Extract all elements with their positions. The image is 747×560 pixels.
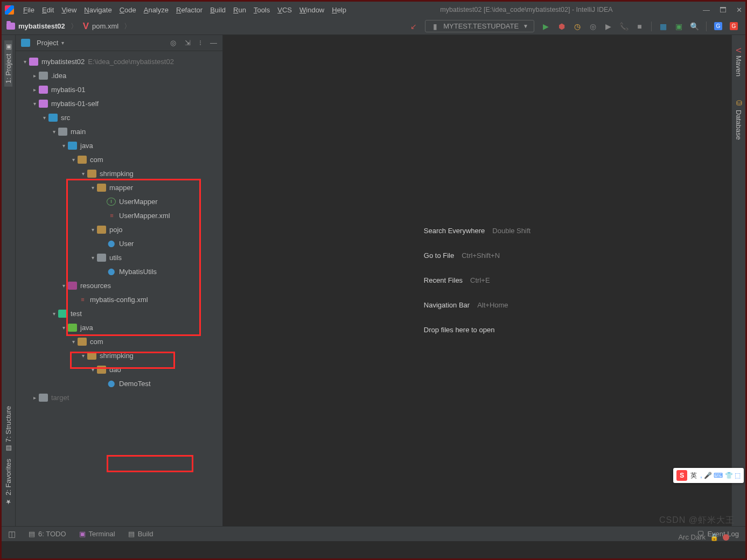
layout-icon[interactable]: ▦ [659,22,667,30]
menu-refactor[interactable]: Refactor [172,4,206,16]
tree-arrow-icon[interactable] [21,59,29,65]
tree-arrow-icon[interactable] [31,87,39,93]
attach-icon[interactable]: ▶ [604,22,612,30]
tree-arrow-icon[interactable] [79,353,87,359]
tree-node[interactable]: shrimpking [16,348,222,362]
git-icon[interactable]: ▣ [675,22,683,30]
breadcrumb-file[interactable]: pom.xml [92,22,118,30]
collapse-icon[interactable]: ⇲ [185,39,191,47]
tree-node[interactable]: java [16,138,222,152]
editor-empty[interactable]: Search EverywhereDouble ShiftGo to FileC… [223,35,731,526]
tree-node[interactable]: resources [16,278,222,292]
tool-window-switcher-icon[interactable]: ◫ [8,529,16,539]
close-icon[interactable]: ✕ [736,6,742,14]
status-terminal[interactable]: ▣ Terminal [79,530,115,538]
menu-tools[interactable]: Tools [250,4,274,16]
tree-node[interactable]: User [16,236,222,250]
tree-arrow-icon[interactable] [50,311,58,317]
menu-code[interactable]: Code [116,4,140,16]
translate2-icon[interactable]: G [730,22,738,30]
tree-arrow-icon[interactable] [31,395,39,401]
breadcrumb-root[interactable]: mybatistest02 [18,22,65,30]
tree-node[interactable]: utils [16,250,222,264]
maximize-icon[interactable]: 🗖 [720,6,727,14]
tree-i-folder-icon [97,254,106,262]
tree-arrow-icon[interactable] [69,339,78,345]
tree-arrow-icon[interactable] [60,283,68,289]
menu-run[interactable]: Run [229,4,250,16]
tree-node[interactable]: ≡mybatis-config.xml [16,292,222,306]
tree-node[interactable]: dao [16,362,222,376]
tree-node[interactable]: target [16,390,222,404]
settings-icon[interactable]: ⁝ [199,39,201,47]
tree-node[interactable]: MybatisUtils [16,264,222,278]
tree-arrow-icon[interactable] [31,101,39,107]
tool-favorites-tab[interactable]: ★ 2: Favorites [4,456,12,509]
tree-arrow-icon[interactable] [60,325,68,331]
menu-vcs[interactable]: VCS [274,4,296,16]
stop-icon[interactable]: 📞 [620,22,628,30]
notification-dot-icon[interactable] [723,534,729,541]
translate-icon[interactable]: G [714,22,722,30]
tree-node[interactable]: mybatis-01-self [16,96,222,110]
tree-node[interactable]: src [16,110,222,124]
minimize-icon[interactable]: — [703,6,710,14]
tool-structure-tab[interactable]: ▤ 7: Structure [4,403,12,456]
tree-node[interactable]: java [16,320,222,334]
tool-project-tab[interactable]: 1: Project ▣ [4,40,12,87]
tree-node[interactable]: UserMapper [16,194,222,208]
tree-arrow-icon[interactable] [89,185,97,191]
watermark: CSDN @虾米大王 [659,515,735,526]
tool-database-tab[interactable]: ⛁ Database [735,96,743,143]
tree-node[interactable]: main [16,124,222,138]
tree-node[interactable]: pojo [16,222,222,236]
tree-node[interactable]: shrimpking [16,166,222,180]
menu-navigate[interactable]: Navigate [80,4,115,16]
tree-arrow-icon[interactable] [50,129,58,135]
menu-help[interactable]: Help [328,4,350,16]
stop2-icon[interactable]: ■ [636,22,644,30]
menu-view[interactable]: View [58,4,80,16]
ime-tray[interactable]: S 英 , 🎤 ⌨ 👕 ⬚ [673,468,744,483]
search-icon[interactable]: 🔍 [690,22,699,30]
tree-arrow-icon[interactable] [89,227,97,233]
tool-maven-tab[interactable]: V Maven [735,45,743,80]
menubar: FileEditViewNavigateCodeAnalyzeRefactorB… [2,2,745,18]
menu-analyze[interactable]: Analyze [140,4,172,16]
tree-node[interactable]: mybatis-01 [16,82,222,96]
pin-icon[interactable]: ↙ [409,22,417,30]
tree-arrow-icon[interactable] [31,73,39,79]
menu-edit[interactable]: Edit [38,4,58,16]
status-build[interactable]: ▤ Build [128,530,153,538]
panel-title[interactable]: Project [37,39,58,47]
tree-i-cls-icon [107,380,116,388]
tree-arrow-icon[interactable] [40,115,48,121]
run-icon[interactable]: ▶ [542,22,550,30]
run-config-selector[interactable]: ▮ MYTEST.TESTUPDATE ▼ [425,20,534,32]
tree-node[interactable]: test [16,306,222,320]
tree-node[interactable]: .idea [16,68,222,82]
menu-build[interactable]: Build [206,4,229,16]
tree-arrow-icon[interactable] [60,143,68,149]
hide-icon[interactable]: — [210,39,217,47]
tree-node[interactable]: ≡UserMapper.xml [16,208,222,222]
target-icon[interactable]: ◎ [170,39,176,47]
tree-arrow-icon[interactable] [79,171,87,177]
lock-icon[interactable]: 🔒 [710,533,718,541]
profile-icon[interactable]: ◎ [589,22,597,30]
tree-node[interactable]: mapper [16,180,222,194]
project-tree[interactable]: mybatistest02E:\idea_code\mybatistest02.… [16,51,222,526]
tree-arrow-icon[interactable] [89,367,97,373]
tree-node[interactable]: com [16,334,222,348]
tree-node[interactable]: com [16,152,222,166]
chevron-down-icon[interactable]: ▾ [61,40,64,46]
status-todo[interactable]: ▤ 6: TODO [29,530,66,538]
menu-window[interactable]: Window [296,4,328,16]
tree-node[interactable]: mybatistest02E:\idea_code\mybatistest02 [16,54,222,68]
tree-node[interactable]: DemoTest [16,376,222,390]
tree-arrow-icon[interactable] [89,255,97,261]
coverage-icon[interactable]: ◷ [573,22,581,30]
debug-icon[interactable]: ⬢ [557,22,566,30]
tree-arrow-icon[interactable] [69,157,78,163]
menu-file[interactable]: File [19,4,38,16]
